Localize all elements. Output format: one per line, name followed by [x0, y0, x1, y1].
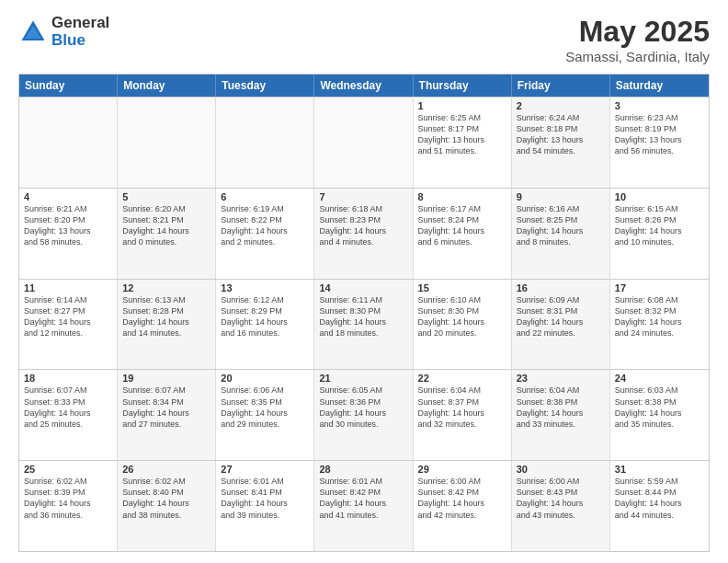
cal-day-24: 24Sunrise: 6:03 AM Sunset: 8:38 PM Dayli… — [610, 370, 709, 460]
logo: General Blue — [18, 15, 109, 49]
day-info: Sunrise: 6:09 AM Sunset: 8:31 PM Dayligh… — [517, 294, 605, 339]
cal-day-5: 5Sunrise: 6:20 AM Sunset: 8:21 PM Daylig… — [118, 189, 216, 279]
day-number: 30 — [517, 464, 605, 475]
day-info: Sunrise: 6:11 AM Sunset: 8:30 PM Dayligh… — [319, 294, 407, 339]
cal-day-29: 29Sunrise: 6:00 AM Sunset: 8:42 PM Dayli… — [414, 461, 512, 551]
cal-day-15: 15Sunrise: 6:10 AM Sunset: 8:30 PM Dayli… — [414, 280, 512, 370]
cal-day-26: 26Sunrise: 6:02 AM Sunset: 8:40 PM Dayli… — [118, 461, 216, 551]
day-info: Sunrise: 6:04 AM Sunset: 8:37 PM Dayligh… — [418, 385, 506, 430]
cal-day-1: 1Sunrise: 6:25 AM Sunset: 8:17 PM Daylig… — [414, 98, 512, 188]
logo-icon — [18, 17, 48, 47]
header-day-monday: Monday — [118, 75, 216, 97]
day-info: Sunrise: 6:00 AM Sunset: 8:43 PM Dayligh… — [517, 476, 605, 521]
day-info: Sunrise: 6:19 AM Sunset: 8:22 PM Dayligh… — [221, 203, 309, 248]
cal-week-4: 18Sunrise: 6:07 AM Sunset: 8:33 PM Dayli… — [19, 369, 709, 460]
day-number: 1 — [418, 100, 506, 111]
header-day-thursday: Thursday — [414, 75, 512, 97]
cal-day-11: 11Sunrise: 6:14 AM Sunset: 8:27 PM Dayli… — [19, 280, 118, 370]
day-info: Sunrise: 6:00 AM Sunset: 8:42 PM Dayligh… — [418, 476, 506, 521]
day-info: Sunrise: 6:02 AM Sunset: 8:39 PM Dayligh… — [24, 476, 112, 521]
header-day-sunday: Sunday — [19, 75, 118, 97]
header-day-tuesday: Tuesday — [216, 75, 314, 97]
cal-week-2: 4Sunrise: 6:21 AM Sunset: 8:20 PM Daylig… — [19, 188, 709, 279]
day-number: 11 — [24, 282, 112, 293]
day-info: Sunrise: 6:23 AM Sunset: 8:19 PM Dayligh… — [615, 112, 704, 157]
header-day-friday: Friday — [512, 75, 610, 97]
day-number: 29 — [418, 464, 506, 475]
subtitle: Samassi, Sardinia, Italy — [565, 49, 710, 64]
day-info: Sunrise: 6:03 AM Sunset: 8:38 PM Dayligh… — [615, 385, 704, 430]
cal-day-22: 22Sunrise: 6:04 AM Sunset: 8:37 PM Dayli… — [414, 370, 512, 460]
header: General Blue May 2025 Samassi, Sardinia,… — [18, 15, 710, 64]
cal-day-8: 8Sunrise: 6:17 AM Sunset: 8:24 PM Daylig… — [414, 189, 512, 279]
day-info: Sunrise: 5:59 AM Sunset: 8:44 PM Dayligh… — [615, 476, 704, 521]
day-number: 8 — [418, 191, 506, 202]
day-info: Sunrise: 6:17 AM Sunset: 8:24 PM Dayligh… — [418, 203, 506, 248]
cal-day-4: 4Sunrise: 6:21 AM Sunset: 8:20 PM Daylig… — [19, 189, 118, 279]
day-info: Sunrise: 6:07 AM Sunset: 8:33 PM Dayligh… — [24, 385, 112, 430]
title-block: May 2025 Samassi, Sardinia, Italy — [565, 15, 710, 64]
day-number: 19 — [122, 373, 210, 384]
calendar-body: 1Sunrise: 6:25 AM Sunset: 8:17 PM Daylig… — [19, 97, 709, 551]
day-info: Sunrise: 6:12 AM Sunset: 8:29 PM Dayligh… — [221, 294, 309, 339]
day-number: 3 — [615, 100, 704, 111]
cal-week-3: 11Sunrise: 6:14 AM Sunset: 8:27 PM Dayli… — [19, 279, 709, 370]
main-title: May 2025 — [565, 15, 710, 49]
day-info: Sunrise: 6:18 AM Sunset: 8:23 PM Dayligh… — [319, 203, 407, 248]
day-number: 27 — [221, 464, 309, 475]
day-number: 9 — [517, 191, 605, 202]
cal-day-14: 14Sunrise: 6:11 AM Sunset: 8:30 PM Dayli… — [314, 280, 413, 370]
day-number: 13 — [221, 282, 309, 293]
day-info: Sunrise: 6:21 AM Sunset: 8:20 PM Dayligh… — [24, 203, 112, 248]
cal-day-23: 23Sunrise: 6:04 AM Sunset: 8:38 PM Dayli… — [512, 370, 610, 460]
day-info: Sunrise: 6:08 AM Sunset: 8:32 PM Dayligh… — [615, 294, 704, 339]
header-day-wednesday: Wednesday — [314, 75, 413, 97]
cal-day-13: 13Sunrise: 6:12 AM Sunset: 8:29 PM Dayli… — [216, 280, 314, 370]
day-info: Sunrise: 6:20 AM Sunset: 8:21 PM Dayligh… — [122, 203, 210, 248]
cal-day-10: 10Sunrise: 6:15 AM Sunset: 8:26 PM Dayli… — [610, 189, 709, 279]
cal-day-2: 2Sunrise: 6:24 AM Sunset: 8:18 PM Daylig… — [512, 98, 610, 188]
day-info: Sunrise: 6:14 AM Sunset: 8:27 PM Dayligh… — [24, 294, 112, 339]
day-info: Sunrise: 6:15 AM Sunset: 8:26 PM Dayligh… — [615, 203, 704, 248]
cal-day-21: 21Sunrise: 6:05 AM Sunset: 8:36 PM Dayli… — [314, 370, 413, 460]
day-number: 28 — [319, 464, 407, 475]
day-info: Sunrise: 6:05 AM Sunset: 8:36 PM Dayligh… — [319, 385, 407, 430]
day-info: Sunrise: 6:01 AM Sunset: 8:42 PM Dayligh… — [319, 476, 407, 521]
day-info: Sunrise: 6:02 AM Sunset: 8:40 PM Dayligh… — [122, 476, 210, 521]
cal-empty-0-2 — [216, 98, 314, 188]
day-info: Sunrise: 6:16 AM Sunset: 8:25 PM Dayligh… — [517, 203, 605, 248]
day-number: 15 — [418, 282, 506, 293]
logo-text: General Blue — [51, 15, 109, 49]
day-info: Sunrise: 6:24 AM Sunset: 8:18 PM Dayligh… — [517, 112, 605, 157]
day-number: 7 — [319, 191, 407, 202]
day-number: 5 — [122, 191, 210, 202]
cal-day-6: 6Sunrise: 6:19 AM Sunset: 8:22 PM Daylig… — [216, 189, 314, 279]
day-number: 23 — [517, 373, 605, 384]
cal-day-3: 3Sunrise: 6:23 AM Sunset: 8:19 PM Daylig… — [610, 98, 709, 188]
day-info: Sunrise: 6:13 AM Sunset: 8:28 PM Dayligh… — [122, 294, 210, 339]
cal-day-20: 20Sunrise: 6:06 AM Sunset: 8:35 PM Dayli… — [216, 370, 314, 460]
day-info: Sunrise: 6:01 AM Sunset: 8:41 PM Dayligh… — [221, 476, 309, 521]
calendar: SundayMondayTuesdayWednesdayThursdayFrid… — [18, 74, 710, 552]
day-info: Sunrise: 6:07 AM Sunset: 8:34 PM Dayligh… — [122, 385, 210, 430]
cal-day-18: 18Sunrise: 6:07 AM Sunset: 8:33 PM Dayli… — [19, 370, 118, 460]
day-info: Sunrise: 6:04 AM Sunset: 8:38 PM Dayligh… — [517, 385, 605, 430]
cal-day-7: 7Sunrise: 6:18 AM Sunset: 8:23 PM Daylig… — [314, 189, 413, 279]
day-number: 22 — [418, 373, 506, 384]
cal-day-12: 12Sunrise: 6:13 AM Sunset: 8:28 PM Dayli… — [118, 280, 216, 370]
day-number: 31 — [615, 464, 704, 475]
cal-day-9: 9Sunrise: 6:16 AM Sunset: 8:25 PM Daylig… — [512, 189, 610, 279]
cal-day-27: 27Sunrise: 6:01 AM Sunset: 8:41 PM Dayli… — [216, 461, 314, 551]
day-info: Sunrise: 6:06 AM Sunset: 8:35 PM Dayligh… — [221, 385, 309, 430]
cal-day-31: 31Sunrise: 5:59 AM Sunset: 8:44 PM Dayli… — [610, 461, 709, 551]
day-number: 12 — [122, 282, 210, 293]
header-day-saturday: Saturday — [610, 75, 709, 97]
cal-week-5: 25Sunrise: 6:02 AM Sunset: 8:39 PM Dayli… — [19, 460, 709, 551]
cal-week-1: 1Sunrise: 6:25 AM Sunset: 8:17 PM Daylig… — [19, 97, 709, 188]
cal-day-28: 28Sunrise: 6:01 AM Sunset: 8:42 PM Dayli… — [314, 461, 413, 551]
logo-blue: Blue — [51, 32, 109, 50]
day-number: 10 — [615, 191, 704, 202]
cal-day-30: 30Sunrise: 6:00 AM Sunset: 8:43 PM Dayli… — [512, 461, 610, 551]
cal-day-17: 17Sunrise: 6:08 AM Sunset: 8:32 PM Dayli… — [610, 280, 709, 370]
day-number: 20 — [221, 373, 309, 384]
